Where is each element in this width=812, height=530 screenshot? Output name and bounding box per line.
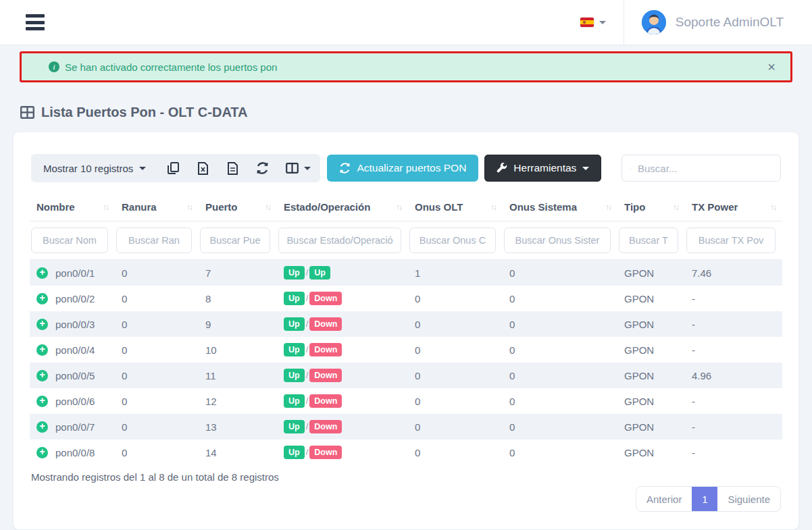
status-badge: Up xyxy=(284,369,305,382)
status-cell: Up/Down xyxy=(277,388,408,414)
tx-power-cell: - xyxy=(685,440,782,465)
status-cell: Up/Down xyxy=(277,311,408,337)
table-header-row: Nombre↑↓Ranura↑↓Puerto↑↓Estado/Operación… xyxy=(30,194,782,221)
user-name: Soporte AdminOLT xyxy=(676,15,784,30)
pagination-previous[interactable]: Anterior xyxy=(636,487,692,511)
datatable-controls: Mostrar 10 registros xyxy=(31,154,320,182)
column-header-nombre[interactable]: Nombre↑↓ xyxy=(30,194,115,221)
sort-icon: ↑↓ xyxy=(673,201,678,212)
filter-input-6[interactable] xyxy=(619,228,678,253)
puerto-cell: 14 xyxy=(199,440,277,465)
puerto-cell: 9 xyxy=(199,311,277,337)
port-name-cell: +pon0/0/2 xyxy=(30,286,115,311)
filter-input-5[interactable] xyxy=(504,228,611,253)
close-icon[interactable]: × xyxy=(767,60,776,74)
column-header-onus-sistema[interactable]: Onus Sistema↑↓ xyxy=(503,194,617,221)
expand-row-icon[interactable]: + xyxy=(36,370,48,381)
chevron-down-icon xyxy=(582,167,589,170)
status-badge: Up xyxy=(284,420,305,433)
ranura-cell: 0 xyxy=(115,311,199,337)
table-toolbar: Mostrar 10 registros xyxy=(31,154,781,182)
filter-input-3[interactable] xyxy=(278,228,401,253)
tipo-cell: GPON xyxy=(617,388,685,414)
menu-toggle-icon[interactable] xyxy=(26,14,45,30)
column-header-onus-olt[interactable]: Onus OLT↑↓ xyxy=(408,194,503,221)
column-header-tx-power[interactable]: TX Power↑↓ xyxy=(685,194,782,221)
status-cell: Up/Down xyxy=(277,363,408,388)
page-length-dropdown[interactable]: Mostrar 10 registros xyxy=(43,163,146,174)
status-badge: Up xyxy=(284,446,305,459)
sort-icon: ↑↓ xyxy=(186,201,192,212)
operation-badge: Down xyxy=(309,420,342,433)
onus-olt-cell: 0 xyxy=(408,337,503,363)
port-name-cell: +pon0/0/3 xyxy=(30,311,115,337)
status-badge: Up xyxy=(284,394,305,408)
port-name-cell: +pon0/0/7 xyxy=(30,414,115,440)
tx-power-cell: - xyxy=(685,286,782,311)
port-name-cell: +pon0/0/8 xyxy=(30,440,115,465)
filter-input-4[interactable] xyxy=(409,228,496,253)
ranura-cell: 0 xyxy=(115,286,199,311)
onus-sistema-cell: 0 xyxy=(503,363,617,388)
tipo-cell: GPON xyxy=(617,440,685,465)
table-row: +pon0/0/309Up/Down00GPON- xyxy=(30,311,782,337)
onus-olt-cell: 0 xyxy=(408,286,503,311)
file-icon[interactable] xyxy=(219,154,246,182)
expand-row-icon[interactable]: + xyxy=(36,344,48,356)
copy-icon[interactable] xyxy=(159,154,186,182)
ranura-cell: 0 xyxy=(115,440,199,465)
expand-row-icon[interactable]: + xyxy=(36,267,48,279)
table-row: +pon0/0/7013Up/Down00GPON- xyxy=(30,414,782,440)
info-icon: i xyxy=(49,61,59,72)
status-cell: Up/Down xyxy=(277,414,408,440)
table-filter-row xyxy=(30,221,782,260)
puerto-cell: 8 xyxy=(199,286,277,311)
alert-text: i Se han activado correctamente los puer… xyxy=(49,61,277,73)
columns-visibility-icon[interactable] xyxy=(278,154,305,182)
column-header-ranura[interactable]: Ranura↑↓ xyxy=(115,194,199,221)
status-badge: Up xyxy=(284,317,305,331)
pagination-next[interactable]: Siguiente xyxy=(717,487,780,511)
pagination: Anterior 1 Siguiente xyxy=(636,486,781,512)
onus-sistema-cell: 0 xyxy=(503,286,617,311)
chevron-down-icon[interactable] xyxy=(304,167,311,170)
filter-input-7[interactable] xyxy=(686,228,776,253)
status-badge: Up xyxy=(284,343,305,356)
tx-power-cell: 4.96 xyxy=(685,363,782,388)
filter-input-2[interactable] xyxy=(200,228,270,253)
tipo-cell: GPON xyxy=(617,311,685,337)
filter-input-1[interactable] xyxy=(116,228,192,253)
status-badge: Up xyxy=(284,292,305,305)
onus-sistema-cell: 0 xyxy=(503,414,617,440)
status-cell: Up/Down xyxy=(277,440,408,465)
column-header-estado-operaci-n[interactable]: Estado/Operación↑↓ xyxy=(277,194,408,221)
operation-badge: Down xyxy=(309,317,342,331)
expand-row-icon[interactable]: + xyxy=(36,421,48,433)
expand-row-icon[interactable]: + xyxy=(36,447,48,458)
page-title: Lista Puertos Pon - OLT C-DATA xyxy=(20,105,248,120)
sort-icon: ↑↓ xyxy=(265,201,270,212)
puerto-cell: 13 xyxy=(199,414,277,440)
tools-dropdown-button[interactable]: Herramientas xyxy=(484,155,601,182)
sort-icon: ↑↓ xyxy=(770,201,776,212)
search-input[interactable] xyxy=(638,163,772,174)
column-header-puerto[interactable]: Puerto↑↓ xyxy=(199,194,277,221)
update-pon-ports-button[interactable]: Actualizar puertos PON xyxy=(327,155,478,182)
tipo-cell: GPON xyxy=(617,337,685,363)
tx-power-cell: - xyxy=(685,337,782,363)
onus-olt-cell: 0 xyxy=(408,311,503,337)
pagination-page-1[interactable]: 1 xyxy=(692,487,717,511)
filter-input-0[interactable] xyxy=(31,228,108,253)
user-menu[interactable]: Soporte AdminOLT xyxy=(624,0,812,45)
excel-icon[interactable] xyxy=(189,154,216,182)
column-header-tipo[interactable]: Tipo↑↓ xyxy=(617,194,685,221)
expand-row-icon[interactable]: + xyxy=(36,319,48,330)
refresh-icon[interactable] xyxy=(249,154,276,182)
sort-icon: ↑↓ xyxy=(605,201,611,212)
language-dropdown[interactable] xyxy=(563,18,624,27)
expand-row-icon[interactable]: + xyxy=(36,396,48,407)
success-alert: i Se han activado correctamente los puer… xyxy=(20,51,792,82)
status-cell: Up/Down xyxy=(277,337,408,363)
ranura-cell: 0 xyxy=(115,414,199,440)
expand-row-icon[interactable]: + xyxy=(36,293,48,304)
